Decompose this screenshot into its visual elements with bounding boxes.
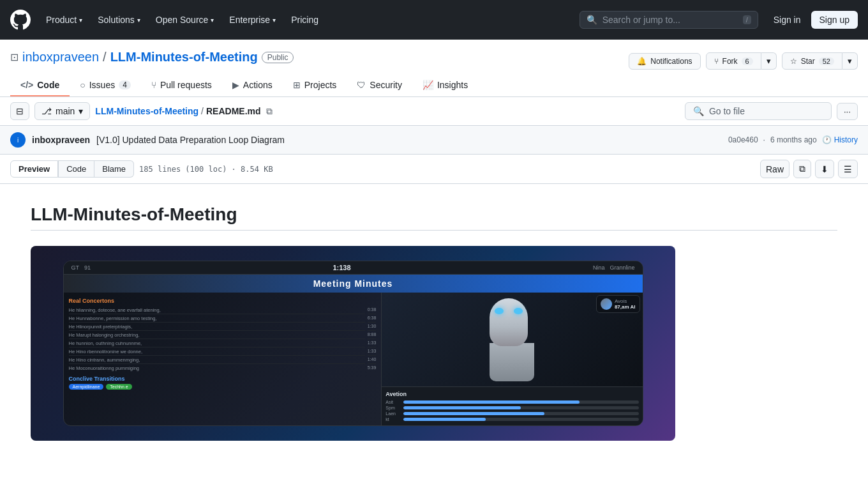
search-bar[interactable]: 🔍 Search or jump to... / <box>580 11 758 29</box>
fork-label: Fork <box>722 57 738 66</box>
repo-owner-link[interactable]: inboxpraveen <box>22 50 99 65</box>
history-label: History <box>834 135 858 144</box>
repo-tabs: </> Code ○ Issues 4 ⑂ Pull requests ▶ Ac… <box>10 75 858 96</box>
preview-tab[interactable]: Preview <box>10 160 58 178</box>
file-meta: 185 lines (100 loc) · 8.54 KB <box>139 165 273 174</box>
nav-open-source[interactable]: Open Source ▾ <box>151 11 220 29</box>
commit-message: [V1.0] Updated Data Preparation Loop Dia… <box>96 135 285 145</box>
copy-path-button[interactable]: ⧉ <box>264 103 275 119</box>
tab-actions-label: Actions <box>243 80 273 90</box>
readme-title: LLM-Minutes-of-Meeting <box>31 204 837 231</box>
stat-row-spm: Spm <box>385 406 638 410</box>
commit-author[interactable]: inboxpraveen <box>32 135 90 145</box>
star-add-button[interactable]: ▾ <box>842 52 858 70</box>
tab-projects[interactable]: ⊞ Projects <box>283 75 347 96</box>
breadcrumb: LLM-Minutes-of-Meeting / README.md ⧉ <box>95 103 274 119</box>
tab-issues[interactable]: ○ Issues 4 <box>70 75 141 96</box>
nav-open-source-chevron: ▾ <box>211 17 214 24</box>
history-icon: 🕐 <box>822 135 832 144</box>
robot-figure <box>490 298 534 381</box>
download-button[interactable]: ⬇ <box>815 160 834 178</box>
stat-row-laen: Laen <box>385 411 638 416</box>
avatar: i <box>10 132 26 148</box>
conclive-section: Conclive Transitions Aernpidlinane Techh… <box>69 376 377 390</box>
repo-path: ⊡ inboxpraveen / LLM-Minutes-of-Meeting … <box>10 50 294 65</box>
signup-button[interactable]: Sign up <box>811 11 858 29</box>
branch-chevron: ▾ <box>79 106 83 116</box>
tab-insights[interactable]: 📈 Insights <box>412 75 478 96</box>
nav-enterprise[interactable]: Enterprise ▾ <box>224 11 281 29</box>
issue-icon: ○ <box>80 80 85 90</box>
repo-header: ⊡ inboxpraveen / LLM-Minutes-of-Meeting … <box>0 40 868 97</box>
file-actions: Raw ⧉ ⬇ ☰ <box>760 160 858 178</box>
meeting-right-panel: Avois 87,am Al Avetion Asit <box>382 293 642 425</box>
search-icon: 🔍 <box>587 15 597 25</box>
more-options-button[interactable]: ··· <box>837 103 858 120</box>
meeting-left-panel: Real Concertons He hlianning, doteose, a… <box>64 293 382 425</box>
search-kbd: / <box>743 15 751 24</box>
fork-icon: ⑂ <box>714 57 719 66</box>
nav-enterprise-label: Enterprise <box>229 15 270 25</box>
tab-code[interactable]: </> Code <box>10 75 70 96</box>
nav-pricing-label: Pricing <box>291 15 318 25</box>
notifications-button[interactable]: 🔔 Notifications <box>629 53 700 70</box>
nav-solutions[interactable]: Solutions ▾ <box>93 11 146 29</box>
stat-row-kt: kt <box>385 417 638 422</box>
code-tab[interactable]: Code <box>58 160 94 178</box>
list-view-button[interactable]: ☰ <box>838 160 858 178</box>
security-icon: 🛡 <box>357 80 366 90</box>
projects-icon: ⊞ <box>293 80 301 90</box>
tab-pull-requests[interactable]: ⑂ Pull requests <box>141 75 222 96</box>
goto-file-input[interactable]: 🔍 Go to file <box>685 102 832 120</box>
readme-image: GT 91 1:138 Nina Grannline Meeting Minut… <box>31 246 675 441</box>
nav-open-source-label: Open Source <box>156 15 209 25</box>
copy-content-button[interactable]: ⧉ <box>793 160 811 178</box>
insights-icon: 📈 <box>423 80 433 90</box>
tab-security[interactable]: 🛡 Security <box>347 75 412 96</box>
nav-pricing[interactable]: Pricing <box>286 11 324 29</box>
star-icon: ☆ <box>790 57 797 66</box>
tab-issues-label: Issues <box>89 80 115 90</box>
stats-panel: Avetion Asit Spm Laen <box>382 386 642 425</box>
toggle-sidebar-button[interactable]: ⊟ <box>10 102 29 120</box>
star-button[interactable]: ☆ Star 52 <box>782 52 842 70</box>
goto-file-placeholder: Go to file <box>709 106 745 116</box>
github-logo[interactable] <box>10 10 31 30</box>
branch-name: main <box>56 106 75 116</box>
stats-list: Asit Spm Laen <box>385 400 638 422</box>
nav-enterprise-chevron: ▾ <box>273 17 276 24</box>
conclive-header: Conclive Transitions <box>69 376 377 382</box>
bell-icon: 🔔 <box>637 57 647 66</box>
star-button-group: ☆ Star 52 ▾ <box>782 52 858 70</box>
top-navigation: Product ▾ Solutions ▾ Open Source ▾ Ente… <box>0 0 868 40</box>
signin-button[interactable]: Sign in <box>768 11 806 29</box>
blame-tab[interactable]: Blame <box>94 160 134 178</box>
real-concerns-header: Real Concertons <box>69 298 377 304</box>
branch-selector[interactable]: ⎇ main ▾ <box>34 102 90 120</box>
fork-add-button[interactable]: ▾ <box>761 52 777 70</box>
commit-sha: 0a0e460 <box>728 135 758 144</box>
nav-product[interactable]: Product ▾ <box>41 11 87 29</box>
repo-name-link[interactable]: LLM-Minutes-of-Meeting <box>110 50 258 65</box>
commit-meta: 0a0e460 · 6 months ago 🕐 History <box>728 135 858 144</box>
repo-separator: / <box>103 50 107 65</box>
content-area: LLM-Minutes-of-Meeting GT 91 1:138 Nina … <box>0 184 868 461</box>
visibility-badge: Public <box>262 52 294 63</box>
breadcrumb-repo-link[interactable]: LLM-Minutes-of-Meeting <box>95 106 198 116</box>
fork-button[interactable]: ⑂ Fork 6 <box>706 52 761 70</box>
nav-product-label: Product <box>46 15 77 25</box>
nav-product-chevron: ▾ <box>79 17 82 24</box>
tab-pr-label: Pull requests <box>160 80 212 90</box>
tab-insights-label: Insights <box>437 80 468 90</box>
stat-row-asit: Asit <box>385 400 638 404</box>
commit-separator: · <box>763 135 765 144</box>
breadcrumb-current-file: README.md <box>206 106 261 116</box>
pr-icon: ⑂ <box>151 80 156 90</box>
transition-tags: Aernpidlinane Techhn e <box>69 384 377 390</box>
notifications-label: Notifications <box>650 57 692 66</box>
file-toolbar: ⊟ ⎇ main ▾ LLM-Minutes-of-Meeting / READ… <box>0 97 868 126</box>
robot-display: Avois 87,am Al <box>382 293 642 386</box>
tab-actions[interactable]: ▶ Actions <box>222 75 283 96</box>
raw-button[interactable]: Raw <box>760 160 789 178</box>
history-button[interactable]: 🕐 History <box>822 135 858 144</box>
